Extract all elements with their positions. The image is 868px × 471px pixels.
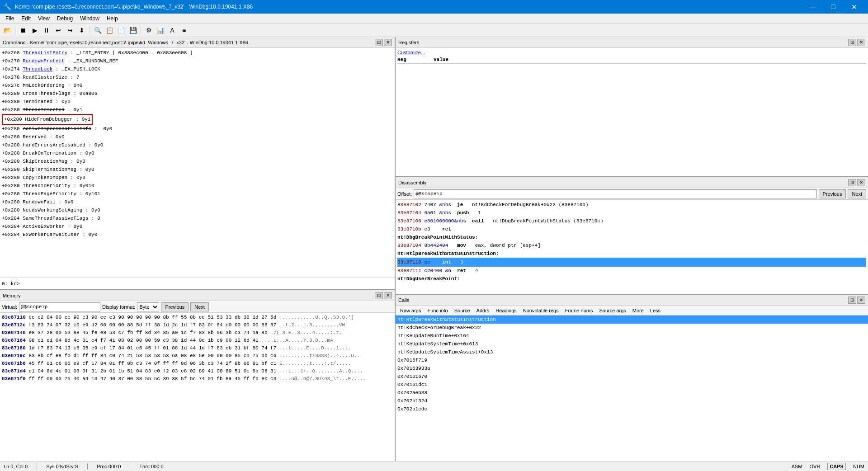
toolbar-btn-2[interactable]: ▶ [29,25,40,36]
toolbar-btn-6[interactable]: ⬇ [76,25,87,36]
toolbar-btn-4[interactable]: ↩ [53,25,64,36]
memory-dock-btn[interactable]: ⊡ [375,292,383,299]
calls-tab-7[interactable]: Source args [596,307,628,314]
toolbar-btn-7[interactable]: 🔍 [92,25,103,36]
disassembly-content[interactable]: 83e87102 7407 &nbs je nt!KdCheckForDebug… [396,200,868,294]
calls-item-1[interactable]: nt!KdCheckForDebugBreak+0x22 [396,324,868,332]
disassembly-dock-btn[interactable]: ⊡ [848,179,856,186]
calls-close-btn[interactable]: ✕ [857,297,865,304]
toolbar-btn-1[interactable]: ⏹ [18,25,28,36]
menu-edit[interactable]: Edit [18,14,34,23]
toolbar-btn-5[interactable]: ↪ [65,25,75,36]
calls-item-10[interactable]: 0x702b132d [396,397,868,405]
code-link-ThreadListEntry[interactable]: ThreadListEntry [23,50,67,56]
offset-label: Offset: [397,191,412,197]
asm-line-9: nt!DbgUserBreakPoint: [397,275,866,283]
calls-panel-header: Calls ⊡ ✕ [396,295,868,306]
memory-prev-btn[interactable]: Previous [161,302,189,311]
format-select[interactable]: Byte Short Long [137,302,159,311]
virtual-input[interactable] [19,302,100,311]
calls-item-5[interactable]: 0x7016f719 [396,356,868,364]
disassembly-panel-title: Disassembly [398,180,426,185]
calls-tab-4[interactable]: Headings [493,307,519,314]
toolbar-btn-10[interactable]: 💾 [127,25,138,36]
calls-dock-btn[interactable]: ⊡ [848,297,856,304]
calls-item-4[interactable]: nt!KeUpdateSystemTimeAssist+0x13 [396,348,868,356]
registers-content: Customize... Reg Value [396,48,868,176]
command-close-btn[interactable]: ✕ [384,39,392,46]
memory-line-6: 83e871b8 45 ff 01 c6 05 e9 cf 17 84 01 f… [2,360,393,367]
menu-view[interactable]: View [34,14,53,23]
toolbar-btn-3[interactable]: ⏸ [41,25,52,36]
toolbar-open[interactable]: 📂 [2,25,13,36]
calls-tab-8[interactable]: More [630,307,646,314]
memory-window: Memory ⊡ ✕ Virtual: Display format: Byte… [0,290,395,461]
code-line-20: +0x284 SameThreadPassiveFlags : 0 [2,214,393,222]
registers-close-btn[interactable]: ✕ [857,39,865,46]
customize-link[interactable]: Customize... [397,50,866,55]
minimize-button[interactable]: — [802,0,823,14]
calls-item-2[interactable]: nt!KeUpdateRunTime+0x164 [396,332,868,340]
code-link-ThreadLock[interactable]: ThreadLock [23,66,52,72]
toolbar-btn-11[interactable]: ⚙ [143,25,154,36]
calls-item-7[interactable]: 0x70161670 [396,372,868,381]
toolbar-btn-9[interactable]: 📄 [116,25,127,36]
command-panel-header: Command - Kernel 'com:pipe,resets=0,reco… [0,37,395,48]
command-dock-btn[interactable]: ⊡ [375,39,383,46]
toolbar-btn-12[interactable]: 📊 [155,25,166,36]
menu-help[interactable]: Help [103,14,122,23]
calls-item-0[interactable]: nt!RtlpBreakWithStatusInstruction [396,316,868,324]
calls-item-9[interactable]: 0x702aeb38 [396,389,868,397]
disassembly-close-btn[interactable]: ✕ [857,179,865,186]
maximize-button[interactable]: □ [823,0,844,14]
status-right: ASM OVR CAPS NUM [792,463,864,470]
calls-tab-0[interactable]: Raw args [397,307,424,314]
registers-dock-btn[interactable]: ⊡ [848,39,856,46]
disasm-prev-btn[interactable]: Previous [819,189,846,198]
calls-tab-3[interactable]: Addrs [474,307,492,314]
toolbar-btn-8[interactable]: 📋 [104,25,115,36]
code-line-5: +0x280 CrossThreadFlags : 0xa806 [2,89,393,98]
code-line-16: +0x280 ThreadIoPriority : 0y010 [2,182,393,190]
calls-tab-5[interactable]: Nonvolatile regs [520,307,561,314]
calls-tab-9[interactable]: Less [647,307,663,314]
code-line-10: +0x280 Reserved : 0y0 [2,133,393,141]
asm-line-2: 83e87106 e801000000&nbs call nt!DbgBreak… [397,217,866,225]
command-panel-content[interactable]: +0x268 ThreadListEntry : _LIST_ENTRY [ 0… [0,48,395,278]
code-link-RundownProtect[interactable]: RundownProtect [23,58,64,64]
toolbar-btn-13[interactable]: A [167,25,178,36]
status-bar: Ln 0, Col 0 Sys 0:KdSrv:S Proc 000:0 Thr… [0,461,868,471]
calls-tab-1[interactable]: Func info [425,307,450,314]
memory-line-8: 83e871f0 ff ff 00 00 75 40 a9 13 47 40 3… [2,375,393,383]
thrd-status: Thrd 000:0 [139,464,163,469]
memory-next-btn[interactable]: Next [190,302,209,311]
menu-debug[interactable]: Debug [53,14,76,23]
calls-content[interactable]: nt!RtlpBreakWithStatusInstructionnt!KdCh… [396,316,868,461]
calls-item-6[interactable]: 0x70163933a [396,364,868,372]
disassembly-window: Disassembly ⊡ ✕ Offset: Previous Next 83… [396,177,868,295]
calls-item-11[interactable]: 0x702b1cdc [396,405,868,413]
calls-item-8[interactable]: 0x70161dc1 [396,381,868,389]
menu-window[interactable]: Window [76,14,103,23]
menu-file[interactable]: File [2,14,18,23]
toolbar-btn-14[interactable]: ≡ [179,25,189,36]
memory-line-0: 83e87110 cc c2 04 00 cc 90 c3 90 cc c3 9… [2,314,393,321]
memory-close-btn[interactable]: ✕ [384,292,392,299]
memory-line-3: 83e87164 08 c1 e1 04 8d 4c 01 c4 f7 41 0… [2,337,393,344]
caps-indicator: CAPS [827,463,846,470]
command-input[interactable] [23,281,393,287]
calls-tab-2[interactable]: Source [452,307,473,314]
disasm-next-btn[interactable]: Next [848,189,866,198]
code-line-12: +0x280 BreakOnTermination : 0y0 [2,149,393,157]
reg-col-header: Reg [397,57,425,62]
memory-content[interactable]: 83e87110 cc c2 04 00 cc 90 c3 90 cc c3 9… [0,313,395,461]
num-indicator: NUM [853,464,864,469]
offset-input[interactable] [414,189,816,198]
right-panel: Registers ⊡ ✕ Customize... Reg Value Dis… [396,37,868,461]
close-button[interactable]: ✕ [844,0,864,14]
calls-tab-6[interactable]: Frame nums [562,307,596,314]
asm-line-3: 83e8710b c3 ret [397,225,866,233]
proc-status: Proc 000:0 [97,464,121,469]
ln-col-status: Ln 0, Col 0 [4,464,28,469]
calls-item-3[interactable]: nt!KeUpdateSystemTime+0x613 [396,340,868,348]
